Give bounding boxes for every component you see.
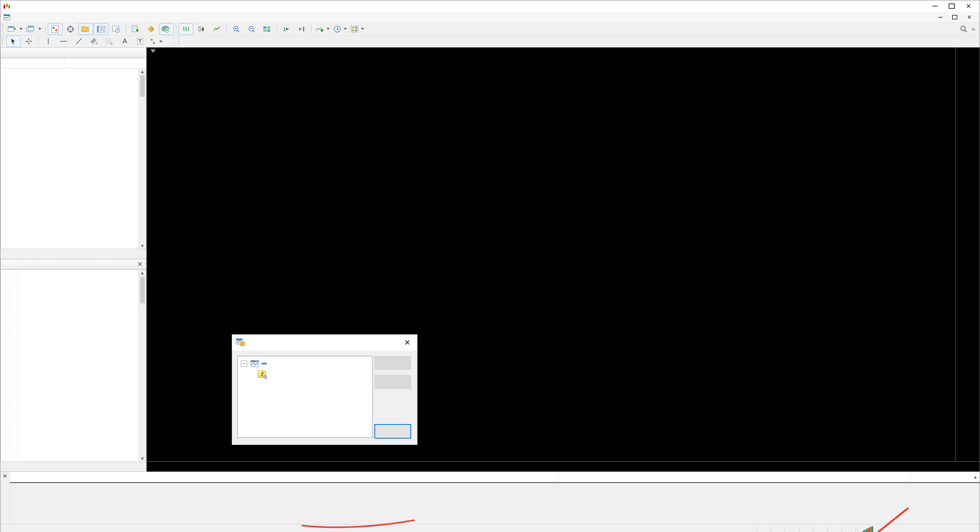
zoom-in-button[interactable] (229, 23, 243, 35)
left-panel: ▲ ▼ ✕ ▲ (0, 47, 147, 472)
price-scale[interactable] (956, 47, 980, 462)
tree-root-label[interactable] (261, 363, 267, 364)
scrollbar-thumb[interactable] (140, 277, 145, 304)
fibonacci-icon: F (105, 38, 114, 45)
connection-bars-icon (863, 526, 873, 532)
zoom-out-icon (248, 25, 255, 33)
chart-restore-button[interactable] (952, 15, 957, 20)
scroll-up-arrow-icon[interactable]: ▲ (140, 271, 145, 275)
market-watch-tabs (0, 249, 146, 259)
market-watch-column-header (1, 58, 146, 69)
status-high (799, 526, 813, 532)
status-profile[interactable] (756, 526, 771, 532)
autotrading-toggle[interactable] (159, 23, 174, 35)
terminal-close-icon[interactable]: ✕ (3, 473, 8, 480)
chart-minimize-button[interactable] (937, 15, 943, 20)
dialog-close-icon[interactable]: ✕ (399, 338, 416, 347)
chart-shift-button[interactable] (294, 23, 309, 35)
crosshair-tool-button[interactable] (21, 36, 36, 47)
column-from[interactable] (558, 472, 910, 482)
toolbar-grip[interactable] (1, 24, 4, 34)
scroll-down-arrow-icon[interactable]: ▼ (140, 243, 145, 248)
autotrading-icon (161, 25, 170, 33)
new-order-button[interactable] (129, 23, 143, 35)
profiles-icon (26, 25, 36, 33)
text-tool-button[interactable]: A (118, 36, 132, 47)
market-watch-toggle[interactable] (48, 23, 62, 35)
navigator-scrollbar[interactable]: ▲ ▼ (139, 270, 146, 462)
column-ask[interactable] (102, 58, 136, 68)
chart-symbol-dropdown-icon[interactable] (150, 49, 156, 53)
market-watch-icon (51, 25, 59, 33)
arrows-tool-button[interactable] (148, 36, 164, 47)
zoom-out-button[interactable] (244, 23, 259, 35)
indicators-button[interactable] (314, 23, 331, 35)
terminal-tabs (10, 482, 980, 494)
tree-child-row[interactable]: f (258, 370, 372, 378)
toolbar-grip-2[interactable] (1, 37, 4, 46)
text-label-tool-button[interactable]: T (133, 36, 147, 47)
scroll-up-arrow-icon[interactable]: ▲ (140, 69, 145, 74)
cursor-tool-button[interactable] (6, 36, 21, 47)
status-volume (841, 526, 856, 532)
minimize-button[interactable] (931, 3, 938, 9)
channel-tool-button[interactable]: E (87, 36, 101, 47)
equidistant-channel-icon: E (90, 38, 98, 45)
new-chart-button[interactable] (6, 23, 24, 35)
market-watch-header (0, 47, 146, 58)
trendline-tool-button[interactable] (72, 36, 86, 47)
horizontal-line-tool-button[interactable] (56, 36, 71, 47)
candlestick-icon (198, 25, 205, 33)
data-window-button[interactable] (63, 23, 78, 35)
dialog-indicator-tree[interactable]: − f (237, 356, 373, 438)
vertical-line-tool-button[interactable] (41, 36, 56, 47)
profiles-button[interactable] (25, 23, 43, 35)
svg-text:1: 1 (283, 26, 286, 32)
auto-scroll-button[interactable]: 1 (279, 23, 294, 35)
dialog-delete-button[interactable] (374, 375, 411, 389)
column-bid[interactable] (65, 58, 102, 68)
line-chart-mode-button[interactable] (209, 23, 224, 35)
navigator-tree: ▲ ▼ (0, 269, 146, 462)
fibonacci-tool-button[interactable]: F (102, 36, 117, 47)
profiles-dropdown-caret (38, 28, 41, 30)
scroll-down-arrow-icon[interactable]: ▼ (140, 456, 145, 461)
time-axis[interactable] (147, 461, 980, 472)
tree-guide-line (18, 270, 18, 462)
main-chart-icon (250, 360, 259, 367)
close-button[interactable]: ✕ (965, 3, 972, 9)
candlestick-mode-button[interactable] (194, 23, 209, 35)
navigator-toggle[interactable] (78, 23, 93, 35)
chart-quote-header (150, 49, 182, 53)
navigator-close-icon[interactable]: ✕ (137, 260, 143, 268)
menu-bar: ✕ (0, 12, 980, 23)
tree-guide-line (9, 270, 10, 462)
terminal-toggle[interactable] (94, 23, 108, 35)
auto-scroll-icon: 1 (283, 25, 290, 33)
templates-button[interactable] (349, 23, 366, 35)
column-time[interactable] (910, 472, 971, 482)
status-open (785, 526, 799, 532)
maximize-button[interactable] (948, 3, 955, 9)
search-icon[interactable] (960, 25, 968, 33)
scrollbar-thumb[interactable] (140, 75, 145, 97)
scroll-up-arrow-icon[interactable]: ▲ (971, 475, 980, 479)
periods-dropdown-caret (344, 28, 347, 30)
dialog-close-button[interactable] (374, 424, 411, 439)
toolbar-overflow-chevron[interactable]: » (972, 26, 975, 33)
tree-root-row[interactable]: − (241, 360, 372, 367)
toolbar-grip-3[interactable] (177, 37, 180, 46)
strategy-tester-button[interactable] (109, 23, 124, 35)
tile-windows-button[interactable] (260, 23, 274, 35)
dialog-title-bar: f ✕ (232, 335, 417, 351)
tree-collapse-icon[interactable]: − (241, 361, 247, 367)
standard-toolbar: 1 » (0, 23, 980, 36)
periods-button[interactable] (332, 23, 348, 35)
status-low (813, 526, 827, 532)
bar-chart-mode-button[interactable] (179, 23, 193, 35)
metaeditor-button[interactable] (144, 23, 158, 35)
dialog-properties-button[interactable] (374, 356, 411, 370)
indicators-icon (315, 25, 324, 33)
market-watch-scrollbar[interactable]: ▲ ▼ (139, 69, 146, 249)
chart-close-button[interactable]: ✕ (966, 15, 972, 20)
